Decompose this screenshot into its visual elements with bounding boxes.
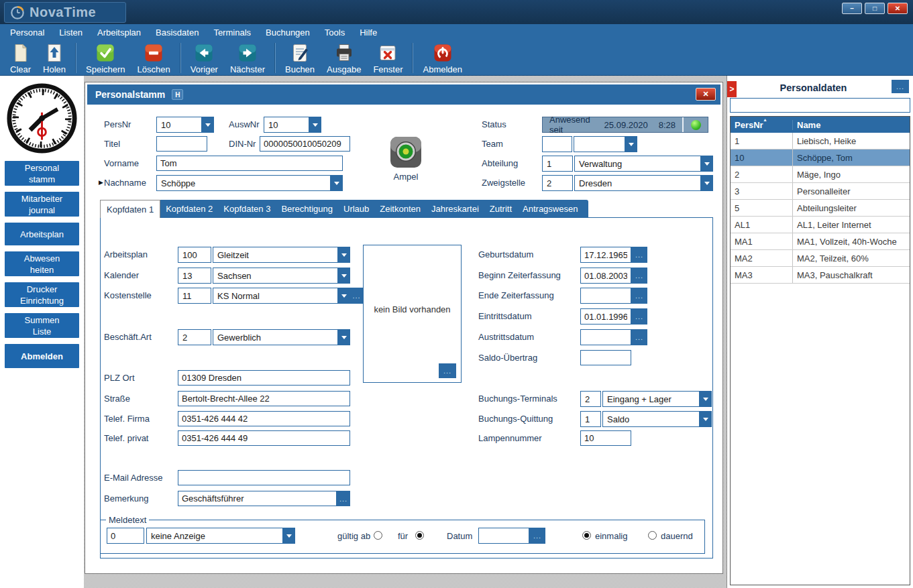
speichern-button[interactable]: Speichern — [80, 43, 131, 74]
menu-tools[interactable]: Tools — [317, 25, 352, 40]
minimize-button[interactable]: – — [842, 3, 862, 14]
dauernd-radio[interactable] — [648, 531, 657, 540]
tab-berechtigung[interactable]: Berechtigung — [276, 200, 338, 218]
date-picker-button[interactable]: ... — [631, 268, 647, 284]
table-row[interactable]: 2Mäge, Ingo — [731, 166, 910, 183]
naechster-button[interactable]: Nächster — [224, 43, 271, 74]
kostenstelle-combo[interactable]: 11 KS Normal ... — [178, 288, 363, 304]
tab-zutritt[interactable]: Zutritt — [484, 200, 517, 218]
table-row[interactable]: AL1AL1, Leiter Internet — [731, 217, 910, 233]
sidebar-item-abmelden[interactable]: Abmelden — [5, 344, 79, 368]
beginnzeit-field[interactable]: ... — [580, 268, 647, 284]
gueltig-ab-radio[interactable] — [374, 531, 382, 540]
abteilung-combo[interactable]: 1 Verwaltung — [542, 156, 713, 172]
team-combo[interactable] — [542, 136, 637, 152]
fuer-radio[interactable] — [415, 531, 424, 540]
dropdown-arrow-icon[interactable] — [699, 411, 712, 427]
menu-buchungen[interactable]: Buchungen — [258, 25, 317, 40]
column-name[interactable]: Name — [792, 120, 910, 130]
arbeitsplan-combo[interactable]: 100 Gleitzeit — [178, 247, 350, 263]
geburtsdatum-field[interactable]: ... — [580, 247, 647, 263]
beschaeftart-combo[interactable]: 2 Gewerblich — [178, 329, 350, 345]
telefprivat-field[interactable] — [178, 430, 350, 446]
dropdown-arrow-icon[interactable] — [282, 528, 295, 544]
lampennummer-field[interactable] — [580, 430, 631, 446]
sidebar-item-mitarbeiterjournal[interactable]: Mitarbeiter journal — [5, 192, 79, 217]
table-row[interactable]: 5Abteilungsleiter — [731, 200, 910, 217]
clear-button[interactable]: Clear — [4, 43, 37, 74]
menu-arbeitsplan[interactable]: Arbeitsplan — [90, 25, 148, 40]
column-persnr[interactable]: PersNr ▲ — [731, 120, 792, 130]
vorname-field[interactable] — [156, 156, 343, 171]
menu-hilfe[interactable]: Hilfe — [352, 25, 384, 40]
date-picker-button[interactable]: ... — [631, 288, 647, 304]
sidebar-item-arbeitsplan[interactable]: Arbeitsplan — [5, 223, 79, 245]
sidebar-item-summenliste[interactable]: Summen Liste — [5, 313, 79, 338]
kostenstelle-more-button[interactable]: ... — [350, 288, 363, 304]
auswnr-combo[interactable]: 10 — [264, 117, 321, 133]
menu-personal[interactable]: Personal — [3, 25, 52, 40]
dropdown-arrow-icon[interactable] — [201, 117, 214, 133]
tab-kopfdaten1[interactable]: Kopfdaten 1 — [100, 200, 160, 218]
table-row[interactable]: 3Personalleiter — [731, 183, 910, 200]
panel-expander-icon[interactable]: > — [727, 81, 737, 97]
table-row[interactable]: MA1MA1, Vollzeit, 40h-Woche — [731, 233, 910, 250]
titel-field[interactable] — [156, 136, 207, 152]
date-picker-button[interactable]: ... — [631, 329, 647, 345]
loeschen-button[interactable]: Löschen — [131, 43, 176, 74]
date-picker-button[interactable]: ... — [529, 528, 545, 544]
close-button[interactable]: ✕ — [888, 3, 908, 14]
ampel-icon[interactable] — [390, 137, 421, 168]
abmelden-toolbar-button[interactable]: Abmelden — [417, 43, 468, 74]
tab-jahreskartei[interactable]: Jahreskartei — [426, 200, 484, 218]
menu-listen[interactable]: Listen — [52, 25, 90, 40]
tab-kopfdaten2[interactable]: Kopfdaten 2 — [160, 200, 218, 218]
bemerkung-field[interactable] — [178, 491, 337, 506]
meldetext-combo[interactable]: keine Anzeige — [146, 528, 295, 544]
dinnr-field[interactable] — [260, 136, 350, 152]
bemerkung-more-button[interactable]: ... — [337, 491, 350, 506]
austritt-field[interactable]: ... — [580, 329, 647, 345]
menu-basisdaten[interactable]: Basisdaten — [148, 25, 206, 40]
dropdown-arrow-icon[interactable] — [700, 175, 713, 191]
date-picker-button[interactable]: ... — [631, 247, 647, 263]
panel-more-button[interactable]: ... — [892, 80, 909, 93]
buchen-button[interactable]: Buchen — [279, 43, 321, 74]
zweigstelle-combo[interactable]: 2 Dresden — [542, 175, 713, 191]
persnr-combo[interactable]: 10 — [156, 117, 214, 133]
quittung-combo[interactable]: 1 Saldo — [580, 411, 712, 427]
dropdown-arrow-icon[interactable] — [309, 117, 321, 133]
panel-filter-input[interactable] — [730, 98, 910, 113]
tab-zeitkonten[interactable]: Zeitkonten — [374, 200, 426, 218]
sidebar-item-druckereinrichtung[interactable]: Drucker Einrichtung — [5, 282, 79, 307]
maximize-button[interactable]: □ — [865, 3, 885, 14]
fenster-button[interactable]: Fenster — [367, 43, 409, 74]
sidebar-item-personalstamm[interactable]: Personal stamm — [5, 161, 79, 186]
teleffirma-field[interactable] — [178, 411, 350, 426]
date-picker-button[interactable]: ... — [631, 308, 647, 325]
table-row[interactable]: 10Schöppe, Tom — [731, 150, 910, 166]
ausgabe-button[interactable]: Ausgabe — [321, 43, 367, 74]
photo-more-button[interactable]: ... — [439, 363, 456, 378]
dropdown-arrow-icon[interactable] — [330, 175, 343, 191]
menu-terminals[interactable]: Terminals — [206, 25, 258, 40]
endezeit-field[interactable]: ... — [580, 288, 647, 304]
dropdown-arrow-icon[interactable] — [700, 156, 713, 172]
help-badge[interactable]: H — [172, 89, 183, 100]
nachname-combo[interactable]: Schöppe — [156, 175, 343, 191]
meldetext-code-field[interactable] — [107, 528, 144, 544]
holen-button[interactable]: Holen — [37, 43, 72, 74]
window-titlebar[interactable]: Personalstamm H — [87, 84, 720, 105]
dropdown-arrow-icon[interactable] — [337, 329, 350, 345]
table-row[interactable]: MA2MA2, Teilzeit, 60% — [731, 250, 910, 267]
dropdown-arrow-icon[interactable] — [337, 247, 350, 263]
plzort-field[interactable] — [178, 370, 350, 386]
einmalig-radio[interactable] — [582, 531, 591, 540]
kalender-combo[interactable]: 13 Sachsen — [178, 268, 350, 284]
table-row[interactable]: 1Liebisch, Heike — [731, 133, 910, 150]
datum-field[interactable]: ... — [478, 528, 545, 544]
terminals-combo[interactable]: 2 Eingang + Lager — [580, 391, 712, 407]
tab-kopfdaten3[interactable]: Kopfdaten 3 — [218, 200, 276, 218]
window-close-button[interactable]: ✕ — [696, 88, 716, 101]
email-field[interactable] — [178, 470, 350, 485]
